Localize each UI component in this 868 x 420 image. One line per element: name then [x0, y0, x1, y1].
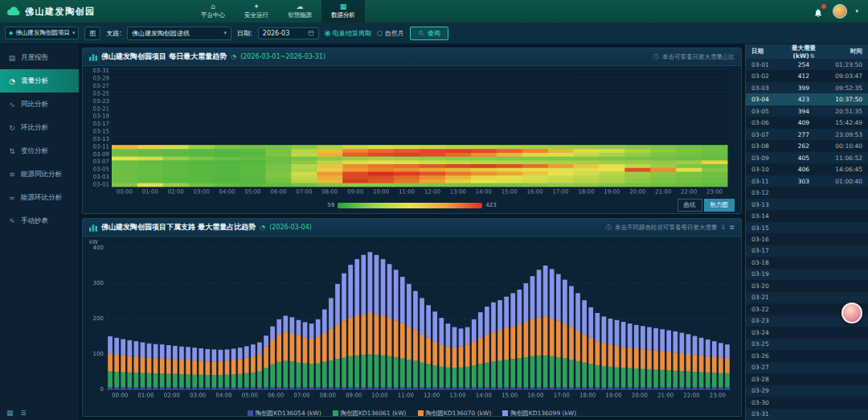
- nav-item-safe-operation[interactable]: ✦安全运行: [235, 0, 278, 23]
- sidebar-item-mom-analysis[interactable]: ↻环比分析: [0, 116, 79, 139]
- cell-date: 03-11: [746, 178, 782, 185]
- info-icon: ⓘ: [653, 53, 660, 61]
- demand-table-body: 03-0125401:23:5003-0241209:03:4703-03399…: [746, 59, 868, 420]
- table-row[interactable]: 03-0727723:09:53: [746, 129, 868, 140]
- cell-time: 10:37:50: [825, 96, 868, 103]
- heatmap-panel-title: 佛山建发陶创园项目 每日最大需量趋势: [101, 51, 227, 62]
- table-row[interactable]: 03-25: [746, 339, 868, 350]
- nav-item-data-analysis[interactable]: ▦数据分析: [321, 0, 365, 23]
- table-row[interactable]: 03-0339909:52:35: [746, 82, 868, 93]
- cell-date: 03-27: [746, 364, 782, 371]
- sidebar-item-energy-yoy-analysis[interactable]: ≋能源同比分析: [0, 163, 79, 186]
- heatmap-canvas[interactable]: [83, 66, 737, 198]
- table-row[interactable]: 03-30: [746, 397, 868, 408]
- table-row[interactable]: 03-18: [746, 257, 868, 268]
- bar-chart-icon: [89, 49, 97, 64]
- cloud-logo-icon: [6, 6, 21, 17]
- table-row[interactable]: 03-12: [746, 187, 868, 198]
- bar-panel: 佛山建发陶创园项目下属支路 最大需量占比趋势 ◔ (2026-03-04) ⓘ …: [82, 218, 742, 417]
- legend-item[interactable]: 陶创园KD136070 (kW): [418, 410, 492, 418]
- sidebar-item-demand-analysis[interactable]: ◔需量分析: [0, 69, 79, 93]
- cell-date: 03-20: [746, 282, 782, 290]
- sidebar-item-monthly-report[interactable]: ▤月度报告: [0, 46, 79, 69]
- download-icon[interactable]: ⇩: [721, 224, 727, 231]
- filter-toolbar: ◆ 佛山建发陶创园项目 ▾ 图 支路: 佛山建发陶创园进线 ▾ 日期: 2026…: [0, 23, 868, 44]
- table-row[interactable]: 03-0539420:51:35: [746, 105, 868, 117]
- radio-billing-cycle[interactable]: 电量结算周期: [325, 29, 371, 38]
- table-row[interactable]: 03-24: [746, 327, 868, 338]
- user-menu-caret-icon[interactable]: ▾: [855, 8, 858, 14]
- table-row[interactable]: 03-27: [746, 362, 868, 373]
- table-row[interactable]: 03-0125401:23:50: [746, 59, 868, 70]
- table-row[interactable]: 03-17: [746, 245, 868, 257]
- nav-item-platform-center[interactable]: ⌂平台中心: [191, 0, 235, 23]
- sidebar-item-shift-analysis[interactable]: ⇅变位分析: [0, 139, 79, 163]
- cell-date: 03-31: [746, 410, 782, 418]
- table-row[interactable]: 03-0826200:10:40: [746, 140, 868, 151]
- radio-month-label: 自然月: [385, 29, 404, 38]
- table-row[interactable]: 03-31: [746, 409, 868, 420]
- table-row[interactable]: 03-28: [746, 373, 868, 385]
- table-row[interactable]: 03-20: [746, 280, 868, 291]
- demand-analysis-icon: ◔: [8, 77, 16, 85]
- heatmap-hint[interactable]: ⓘ 单击可查看日最大需量占比: [653, 53, 735, 61]
- table-row[interactable]: 03-15: [746, 222, 868, 233]
- col-header-time[interactable]: 时间: [825, 47, 868, 56]
- table-row[interactable]: 03-0442310:37:50: [746, 93, 868, 105]
- logo: 佛山建发陶创园: [6, 6, 143, 18]
- table-row[interactable]: 03-26: [746, 350, 868, 361]
- floating-assistant-avatar[interactable]: [841, 303, 862, 323]
- project-selector[interactable]: ◆ 佛山建发陶创园项目 ▾: [5, 27, 79, 39]
- grid-view-icon[interactable]: ▦: [6, 409, 14, 417]
- table-row[interactable]: 03-0241209:03:47: [746, 70, 868, 81]
- legend-item[interactable]: 陶创园KD136054 (kW): [248, 410, 321, 418]
- sidebar-item-yoy-analysis[interactable]: ∿同比分析: [0, 93, 79, 116]
- stacked-bar-canvas[interactable]: [83, 237, 737, 407]
- menu-icon[interactable]: ≣: [729, 224, 735, 231]
- table-row[interactable]: 03-16: [746, 233, 868, 245]
- table-row[interactable]: 03-13: [746, 199, 868, 210]
- app-title: 佛山建发陶创园: [25, 6, 96, 18]
- user-avatar[interactable]: [833, 4, 847, 19]
- curve-toggle-button[interactable]: 曲线: [678, 199, 702, 212]
- cell-date: 03-23: [746, 317, 782, 324]
- table-row[interactable]: 03-21: [746, 292, 868, 303]
- sidebar-item-manual-meter-reading[interactable]: ✎手动抄表: [0, 209, 79, 233]
- sidebar-item-label: 月度报告: [21, 53, 48, 63]
- notifications-button[interactable]: [813, 6, 825, 17]
- nav-item-smart-energy[interactable]: ☁智慧能源: [278, 0, 321, 23]
- legend-label: 陶创园KD136054 (kW): [256, 410, 321, 418]
- table-row[interactable]: 03-0640915:42:49: [746, 117, 868, 128]
- safe-operation-icon: ✦: [253, 3, 260, 10]
- branch-select[interactable]: 佛山建发陶创园进线 ▾: [127, 27, 231, 40]
- radio-natural-month[interactable]: 自然月: [377, 29, 404, 38]
- heatmap-toggle-button[interactable]: 热力图: [704, 199, 735, 212]
- table-row[interactable]: 03-1040614:06:45: [746, 163, 868, 175]
- col-header-value[interactable]: 最大需量 (kW)⇅: [782, 44, 825, 60]
- sidebar-item-label: 变位分析: [21, 146, 48, 156]
- table-row[interactable]: 03-1130301:00:40: [746, 175, 868, 187]
- col-header-date[interactable]: 日期: [746, 47, 782, 56]
- mom-analysis-icon: ↻: [8, 124, 16, 132]
- manual-meter-reading-icon: ✎: [8, 217, 16, 225]
- table-row[interactable]: 03-0940511:06:52: [746, 152, 868, 163]
- legend-item[interactable]: 陶创园KD136099 (kW): [502, 410, 576, 418]
- date-input[interactable]: 2026-03: [258, 27, 319, 39]
- legend-item[interactable]: 陶创园KD136061 (kW): [333, 410, 407, 418]
- cell-time: 23:09:53: [825, 131, 868, 138]
- heatmap-panel: 佛山建发陶创园项目 每日最大需量趋势 ◔ (2026-03-01~2026-03…: [82, 47, 742, 214]
- map-view-button[interactable]: 图: [84, 27, 100, 40]
- query-button[interactable]: 查询: [410, 27, 448, 40]
- nav-item-label: 数据分析: [331, 11, 355, 19]
- sidebar-item-energy-mom-analysis[interactable]: ≈能源环比分析: [0, 186, 79, 209]
- sidebar-item-label: 能源环比分析: [21, 193, 62, 203]
- list-view-icon[interactable]: ≣: [21, 409, 27, 417]
- cell-date: 03-03: [746, 84, 782, 92]
- cell-date: 03-06: [746, 119, 782, 126]
- table-row[interactable]: 03-29: [746, 385, 868, 397]
- table-row[interactable]: 03-14: [746, 210, 868, 221]
- cell-max-demand: 409: [782, 119, 825, 126]
- calendar-icon: [308, 30, 314, 36]
- table-row[interactable]: 03-19: [746, 269, 868, 280]
- cell-date: 03-09: [746, 154, 782, 162]
